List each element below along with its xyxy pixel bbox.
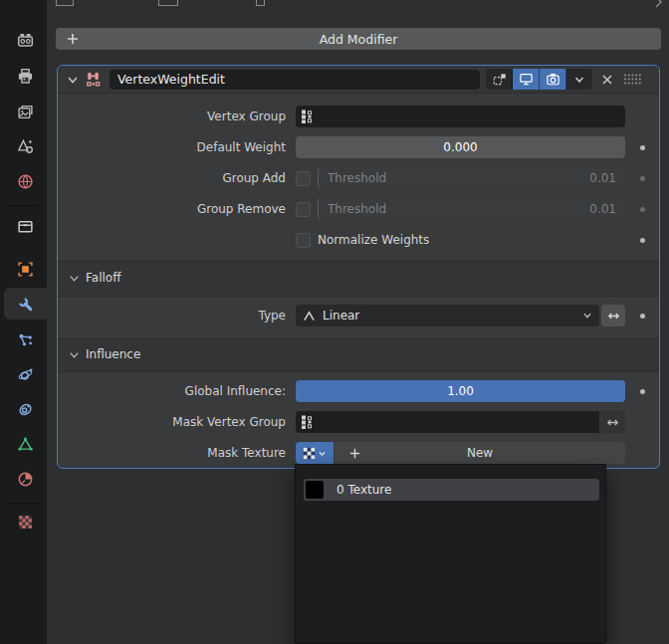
mask-texture-label: Mask Texture (58, 446, 296, 460)
global-influence-label: Global Influence: (58, 384, 296, 398)
falloff-section-title: Falloff (86, 271, 120, 285)
normalize-weights-row: Normalize Weights (58, 229, 659, 251)
global-influence-slider[interactable]: 1.00 (296, 380, 625, 402)
group-remove-label: Group Remove (58, 202, 296, 216)
tab-output-properties[interactable] (4, 60, 47, 92)
mask-vertex-group-label: Mask Vertex Group (58, 415, 296, 429)
scene-properties-icon (17, 138, 34, 155)
world-properties-icon (17, 173, 34, 190)
browse-texture-button[interactable] (296, 442, 334, 464)
group-remove-threshold-field[interactable]: Threshold 0.01 (318, 198, 625, 220)
tab-object-constraint-properties[interactable] (4, 393, 47, 425)
plus-icon (66, 32, 80, 46)
remove-modifier-button[interactable] (600, 73, 614, 87)
cropped-breadcrumb-fragment (56, 0, 74, 6)
falloff-section-header[interactable]: Falloff (58, 267, 659, 289)
object-data-properties-icon (17, 436, 34, 453)
add-modifier-label: Add Modifier (56, 32, 661, 47)
tab-render-properties[interactable] (4, 24, 47, 56)
group-add-row: Group Add Threshold 0.01 (58, 167, 659, 189)
influence-section-header[interactable]: Influence (58, 343, 659, 365)
vertex-group-icon (300, 108, 316, 124)
texture-browser-dropdown: 0 Texture (295, 464, 606, 644)
vertex-weight-edit-modifier-icon (85, 71, 102, 88)
threshold-placeholder: Threshold (328, 171, 386, 185)
modifier-name-field[interactable]: VertexWeightEdit (110, 70, 480, 90)
falloff-type-select[interactable]: Linear (296, 305, 599, 326)
global-influence-keyframe-decorator[interactable] (640, 389, 645, 394)
render-display-toggle[interactable] (540, 69, 566, 90)
threshold-value: 0.01 (589, 202, 616, 216)
section-chevron-icon (68, 272, 81, 285)
object-properties-icon (17, 261, 34, 278)
material-properties-icon (17, 471, 34, 488)
group-remove-keyframe-decorator[interactable] (640, 207, 645, 212)
tab-material-properties[interactable] (4, 463, 47, 495)
tab-texture-properties[interactable] (4, 506, 47, 537)
default-weight-label: Default Weight (58, 140, 296, 154)
new-texture-button[interactable]: New (334, 442, 625, 464)
normalize-weights-label: Normalize Weights (318, 233, 429, 247)
output-properties-icon (17, 68, 34, 85)
new-texture-label: New (334, 446, 625, 460)
cropped-breadcrumb-fragment (256, 0, 265, 6)
group-add-keyframe-decorator[interactable] (640, 176, 645, 181)
realtime-display-toggle[interactable] (513, 69, 540, 90)
view-layer-properties-icon (17, 104, 34, 120)
tab-physics-properties[interactable] (4, 358, 47, 390)
invert-falloff-button[interactable] (601, 305, 625, 326)
vertex-group-field[interactable] (296, 106, 625, 127)
falloff-linear-icon (302, 309, 317, 323)
modifier-name-text: VertexWeightEdit (117, 72, 225, 87)
group-remove-row: Group Remove Threshold 0.01 (58, 198, 659, 220)
extras-menu-button[interactable] (566, 69, 592, 90)
tab-object-properties[interactable] (4, 253, 47, 285)
render-properties-icon (17, 32, 34, 49)
tool-icon (17, 0, 34, 11)
texture-preview-swatch (306, 481, 324, 499)
properties-main-area: Add Modifier (47, 0, 669, 644)
cropped-breadcrumb-fragment (158, 0, 178, 6)
tab-scene-properties[interactable] (4, 130, 47, 162)
particle-properties-icon (17, 331, 34, 348)
tab-object-data-properties[interactable] (4, 428, 47, 460)
default-weight-row: Default Weight 0.000 (58, 136, 659, 158)
tab-collection-properties[interactable] (4, 210, 47, 242)
mask-vertex-group-field[interactable] (296, 411, 625, 433)
modifier-panel-header: VertexWeightEdit (58, 66, 659, 94)
sidebar-separator (8, 205, 40, 206)
tab-view-layer-properties[interactable] (4, 96, 47, 127)
tab-tool-properties[interactable] (4, 0, 47, 18)
tab-particle-properties[interactable] (4, 323, 47, 355)
group-add-threshold-field[interactable]: Threshold 0.01 (318, 167, 625, 189)
edit-mode-display-toggle[interactable] (486, 69, 513, 90)
mask-texture-row: Mask Texture (58, 442, 659, 464)
falloff-type-row: Type Linear (58, 305, 659, 326)
global-influence-value: 1.00 (447, 384, 474, 398)
default-weight-field[interactable]: 0.000 (296, 136, 625, 158)
default-weight-value: 0.000 (443, 140, 477, 154)
normalize-weights-checkbox[interactable] (296, 233, 311, 248)
texture-item-label: 0 Texture (336, 483, 391, 497)
collection-properties-icon (17, 218, 34, 235)
add-modifier-button[interactable]: Add Modifier (56, 28, 661, 50)
global-influence-row: Global Influence: 1.00 (58, 380, 659, 402)
select-chevron-down-icon (581, 310, 593, 322)
expand-collapse-chevron-icon[interactable] (66, 73, 80, 87)
tab-modifier-properties[interactable] (4, 288, 47, 320)
modifier-display-toggles (486, 69, 592, 90)
tab-world-properties[interactable] (4, 165, 47, 197)
group-add-checkbox[interactable] (296, 171, 311, 186)
group-remove-checkbox[interactable] (296, 202, 311, 217)
falloff-type-keyframe-decorator[interactable] (640, 314, 645, 319)
drag-handle-icon[interactable] (623, 73, 642, 86)
invert-mask-vertex-group-button[interactable] (599, 411, 625, 433)
sidebar-separator (8, 503, 40, 504)
influence-section-title: Influence (86, 347, 140, 361)
texture-checker-icon (303, 447, 316, 460)
plus-icon (348, 447, 361, 460)
texture-dropdown-item[interactable]: 0 Texture (304, 479, 599, 501)
falloff-type-label: Type (58, 309, 296, 322)
normalize-weights-keyframe-decorator[interactable] (640, 238, 645, 243)
default-weight-keyframe-decorator[interactable] (640, 145, 645, 150)
